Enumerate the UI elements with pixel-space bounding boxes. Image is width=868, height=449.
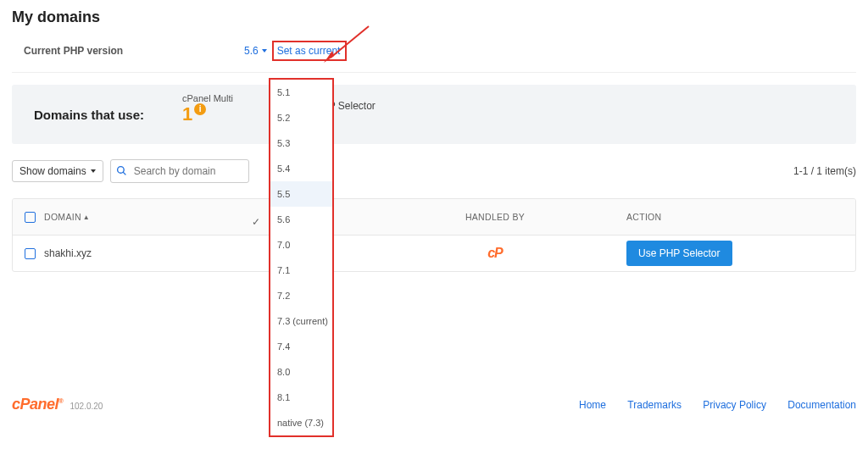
php-option[interactable]: 8.0 bbox=[270, 359, 332, 385]
row-checkbox[interactable] bbox=[25, 248, 36, 259]
sort-asc-icon: ▲ bbox=[83, 213, 90, 221]
php-version-selected: 5.6 bbox=[244, 45, 259, 57]
php-option[interactable]: native (7.3) bbox=[270, 410, 332, 435]
caret-down-icon bbox=[91, 169, 96, 173]
footer-version: 102.0.20 bbox=[70, 402, 103, 411]
show-domains-button[interactable]: Show domains bbox=[12, 160, 103, 182]
php-option[interactable]: 7.1 bbox=[270, 258, 332, 283]
php-option[interactable]: 5.2 bbox=[270, 105, 332, 130]
cpanel-icon: cP bbox=[487, 246, 503, 260]
php-option[interactable]: 8.1 bbox=[270, 385, 332, 410]
current-php-row: Current PHP version 5.6 Set as current bbox=[12, 42, 856, 60]
footer-link-trademarks[interactable]: Trademarks bbox=[627, 399, 682, 411]
php-option[interactable]: 5.4 bbox=[270, 156, 332, 181]
search-domain-box[interactable] bbox=[110, 159, 249, 183]
search-input[interactable] bbox=[132, 164, 243, 178]
php-option[interactable]: 7.0 bbox=[270, 232, 332, 258]
domains-table: DOMAIN ▲ HANDLED BY ACTION shakhi.xyz cP… bbox=[12, 198, 856, 272]
col-domain[interactable]: DOMAIN bbox=[44, 212, 81, 222]
php-option[interactable]: 5.3 bbox=[270, 130, 332, 156]
divider bbox=[12, 72, 856, 73]
col-action: ACTION bbox=[593, 212, 855, 222]
cpanel-logo: cPanel® bbox=[12, 396, 63, 413]
domains-use-banner: Domains that use: cPanel Multi 1 i ux PH… bbox=[12, 85, 856, 144]
php-option[interactable]: 5.5 bbox=[270, 181, 332, 207]
php-option[interactable]: 7.4 bbox=[270, 334, 332, 359]
caret-down-icon bbox=[262, 49, 267, 53]
banner-count: 1 i bbox=[182, 103, 206, 125]
table-row: shakhi.xyz cP Use PHP Selector bbox=[13, 236, 855, 271]
current-php-label: Current PHP version bbox=[24, 45, 244, 57]
php-option[interactable]: 5.6 bbox=[270, 207, 332, 232]
footer-link-docs[interactable]: Documentation bbox=[787, 399, 856, 411]
search-icon bbox=[116, 165, 127, 178]
col-handled: HANDLED BY bbox=[398, 212, 593, 222]
banner-col-left-top: cPanel Multi bbox=[182, 93, 233, 103]
footer-link-home[interactable]: Home bbox=[579, 399, 606, 411]
footer-link-privacy[interactable]: Privacy Policy bbox=[703, 399, 766, 411]
svg-point-0 bbox=[117, 166, 124, 173]
footer-links: Home Trademarks Privacy Policy Documenta… bbox=[560, 399, 856, 411]
php-option[interactable]: 5.1 bbox=[270, 80, 332, 105]
php-version-dropdown[interactable]: ✓ 5.1 5.2 5.3 5.4 5.5 5.6 7.0 7.1 7.2 7.… bbox=[269, 78, 334, 437]
svg-line-1 bbox=[123, 172, 125, 175]
items-count: 1-1 / 1 item(s) bbox=[793, 165, 856, 177]
domain-cell[interactable]: shakhi.xyz bbox=[44, 247, 92, 259]
php-option[interactable]: 7.2 bbox=[270, 283, 332, 308]
php-version-select[interactable]: 5.6 bbox=[244, 45, 267, 57]
check-icon: ✓ bbox=[252, 216, 260, 228]
banner-label: Domains that use: bbox=[34, 108, 182, 122]
select-all-checkbox[interactable] bbox=[25, 212, 36, 223]
set-as-current-link[interactable]: Set as current bbox=[272, 41, 348, 61]
info-icon[interactable]: i bbox=[194, 103, 206, 115]
use-php-selector-button[interactable]: Use PHP Selector bbox=[626, 241, 732, 266]
php-option[interactable]: 7.3 (current) bbox=[270, 308, 332, 334]
table-header: DOMAIN ▲ HANDLED BY ACTION bbox=[13, 199, 855, 236]
page-title: My domains bbox=[12, 8, 856, 26]
